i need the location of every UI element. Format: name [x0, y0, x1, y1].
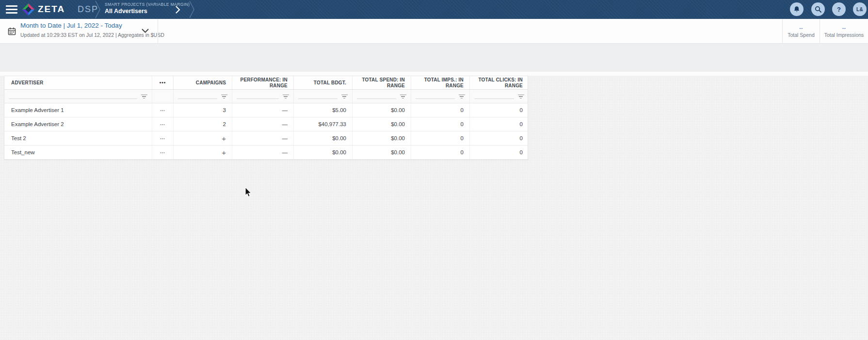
cell-total-clicks-in-range: 0: [470, 146, 529, 159]
cell-performance-in-range: —: [232, 117, 294, 131]
cell-campaigns: 2: [174, 117, 232, 131]
filter-input-total-clicks-in-range[interactable]: [474, 91, 514, 99]
cell-total-spend-in-range: $0.00: [353, 117, 411, 131]
column-header-total-clicks-in-range[interactable]: TOTAL CLICKS: IN RANGE: [470, 76, 529, 89]
hamburger-menu-icon[interactable]: [6, 5, 17, 14]
search-button[interactable]: [811, 2, 825, 16]
breadcrumb-expand-chevron-icon[interactable]: [176, 6, 180, 14]
filter-input-performance-in-range[interactable]: [237, 91, 279, 99]
column-header-total-imps-in-range[interactable]: TOTAL IMPS.: IN RANGE: [411, 76, 470, 89]
cell-performance-in-range: —: [232, 131, 294, 145]
cell-total-imps-in-range: 0: [411, 103, 470, 117]
filter-cell-actions: [152, 90, 174, 103]
cell-total-spend-in-range: $0.00: [353, 146, 411, 159]
filter-menu-icon[interactable]: [221, 95, 227, 99]
filter-input-campaigns[interactable]: [178, 91, 217, 99]
subheader-divider: [158, 19, 158, 43]
filter-cell-total-clicks-in-range[interactable]: [470, 90, 529, 103]
logo-zeta-text[interactable]: ZETA: [38, 4, 65, 15]
cell-performance-in-range: —: [232, 146, 294, 159]
filter-cell-total-bdgt[interactable]: [294, 90, 353, 103]
cell-total-spend-in-range: $0.00: [353, 131, 411, 145]
breadcrumb-separator: [189, 1, 195, 18]
zeta-dsp-app: ZETA DSP SMART PROJECTS (VARIABLE MARGIN…: [0, 0, 868, 340]
notifications-button[interactable]: [790, 2, 804, 16]
cell-total-clicks-in-range: 0: [470, 103, 529, 117]
bell-icon: [793, 6, 800, 13]
date-range-title[interactable]: Month to Date | Jul 1, 2022 - Today: [20, 22, 122, 29]
filter-menu-icon[interactable]: [282, 95, 289, 99]
filter-cell-advertiser[interactable]: [4, 90, 152, 103]
search-icon: [815, 6, 821, 13]
total-impressions-label: Total Impressions: [824, 32, 864, 38]
filter-cell-campaigns[interactable]: [174, 90, 232, 103]
add-campaign-button[interactable]: +: [174, 131, 232, 145]
advertiser-name-cell[interactable]: Example Advertiser 1: [4, 103, 152, 117]
table-body: Example Advertiser 1•••3—$5.00$0.0000Exa…: [4, 103, 528, 160]
advertisers-table: ADVERTISER•••CAMPAIGNSPERFORMANCE: IN RA…: [4, 76, 528, 160]
column-header-advertiser[interactable]: ADVERTISER: [4, 76, 152, 89]
avatar-initials: L&: [856, 7, 863, 12]
table-row[interactable]: Test_new•••+—$0.00$0.0000: [4, 146, 528, 160]
table-filter-row: [4, 90, 528, 103]
column-header-actions[interactable]: •••: [152, 76, 174, 89]
cell-total-bdgt: $0.00: [294, 146, 353, 159]
filter-cell-total-imps-in-range[interactable]: [411, 90, 470, 103]
filter-input-advertiser[interactable]: [9, 91, 137, 99]
cell-total-spend-in-range: $0.00: [353, 103, 411, 117]
row-actions-menu[interactable]: •••: [152, 117, 174, 131]
advertiser-name-cell[interactable]: Example Advertiser 2: [4, 117, 152, 131]
total-spend-stat: -- Total Spend: [782, 19, 820, 43]
filter-menu-icon[interactable]: [517, 95, 524, 99]
cell-campaigns: 3: [174, 103, 232, 117]
cell-total-bdgt: $0.00: [294, 131, 353, 145]
cell-total-bdgt: $40,977.33: [294, 117, 353, 131]
add-campaign-button[interactable]: +: [174, 146, 232, 159]
cell-total-imps-in-range: 0: [411, 146, 470, 159]
row-actions-menu[interactable]: •••: [152, 131, 174, 145]
table-header-row: ADVERTISER•••CAMPAIGNSPERFORMANCE: IN RA…: [4, 76, 528, 90]
calendar-icon[interactable]: [8, 27, 16, 35]
user-avatar[interactable]: L&: [853, 2, 867, 16]
filter-menu-icon[interactable]: [400, 95, 406, 99]
date-picker-chevron-down-icon[interactable]: [142, 29, 149, 33]
help-button[interactable]: ?: [832, 2, 846, 16]
row-actions-menu[interactable]: •••: [152, 103, 174, 117]
advertiser-name-cell[interactable]: Test 2: [4, 131, 152, 145]
filter-menu-icon[interactable]: [141, 95, 147, 99]
cell-total-clicks-in-range: 0: [470, 117, 529, 131]
table-row[interactable]: Test 2•••+—$0.00$0.0000: [4, 131, 528, 146]
total-impressions-stat: -- Total Impressions: [820, 19, 868, 43]
filter-cell-total-spend-in-range[interactable]: [353, 90, 411, 103]
cell-total-clicks-in-range: 0: [470, 131, 529, 145]
total-spend-label: Total Spend: [788, 32, 814, 38]
grid-toolbar: Export + Advertiser: [0, 44, 868, 72]
cell-performance-in-range: —: [232, 103, 294, 117]
column-header-performance-in-range[interactable]: PERFORMANCE: IN RANGE: [232, 76, 294, 89]
row-actions-menu[interactable]: •••: [152, 146, 174, 159]
filter-input-total-bdgt[interactable]: [298, 91, 338, 99]
breadcrumb-separator: [95, 1, 101, 18]
filter-menu-icon[interactable]: [341, 95, 348, 99]
content-area: ADVERTISER•••CAMPAIGNSPERFORMANCE: IN RA…: [0, 72, 868, 340]
advertiser-name-cell[interactable]: Test_new: [4, 146, 152, 159]
filter-input-total-spend-in-range[interactable]: [357, 91, 396, 99]
content-top-strip: [0, 72, 868, 76]
zeta-logo-icon: [22, 3, 34, 16]
total-impressions-value: --: [842, 25, 846, 31]
top-navbar: ZETA DSP SMART PROJECTS (VARIABLE MARGIN…: [0, 0, 868, 19]
filter-cell-performance-in-range[interactable]: [232, 90, 294, 103]
column-header-total-spend-in-range[interactable]: TOTAL SPEND: IN RANGE: [353, 76, 411, 89]
column-header-total-bdgt[interactable]: TOTAL BDGT.: [294, 76, 353, 89]
cell-total-imps-in-range: 0: [411, 131, 470, 145]
column-header-campaigns[interactable]: CAMPAIGNS: [174, 76, 232, 89]
page-subheader: Month to Date | Jul 1, 2022 - Today Upda…: [0, 19, 868, 44]
filter-menu-icon[interactable]: [458, 95, 465, 99]
table-row[interactable]: Example Advertiser 2•••2—$40,977.33$0.00…: [4, 117, 528, 131]
question-mark-icon: ?: [837, 6, 841, 13]
filter-input-total-imps-in-range[interactable]: [416, 91, 455, 99]
cell-total-bdgt: $5.00: [294, 103, 353, 117]
cell-total-imps-in-range: 0: [411, 117, 470, 131]
total-spend-value: --: [799, 25, 803, 31]
table-row[interactable]: Example Advertiser 1•••3—$5.00$0.0000: [4, 103, 528, 117]
